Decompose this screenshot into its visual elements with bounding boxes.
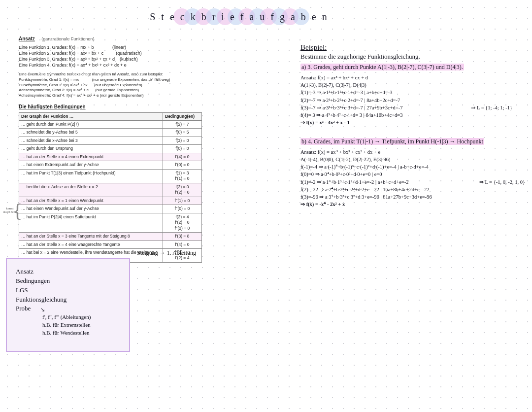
step-line: Probe ↘	[16, 304, 122, 313]
table-row: … hat an der Stelle x = 4 einen Extrempu…	[19, 153, 202, 161]
table-cell-right: f(2) = 7	[163, 121, 202, 129]
example-a-result: ⇒ f(x) = x³ - 4x² + x - 1	[300, 119, 527, 126]
example-b-eq: f(3)=-96 ⇒ a·3⁴+b·3³+c·3²+d·3+e=-96 | 81…	[300, 193, 527, 201]
table-cell-right: f(0) = 0	[163, 145, 202, 153]
page-title: Steckbriefaufgaben	[150, 11, 332, 23]
ansatz-heading: Ansatz	[19, 36, 35, 41]
example-b-result: ⇒ f(x) = -x⁴ - 2x² + x	[300, 201, 527, 208]
example-b-eq: Ansatz: f(x) = ax⁴ + bx³ + cx² + dx + e	[300, 148, 527, 156]
table-row: … geht durch den Punkt P(2|7)f(2) = 7	[19, 121, 202, 129]
step-sub: f', f'', f''' (Ableitungen)	[42, 313, 122, 321]
sym-line: Punktsymmetrie, Grad 1: f(x) = mx (nur u…	[19, 77, 206, 83]
table-cell-right: f'(0) = 0	[163, 161, 202, 169]
table-row: … hat an der Stelle x = 3 eine Tangente …	[19, 233, 202, 240]
example-a-eq: f(2)=-7 ⇒ a·2³+b·2²+c·2+d=-7 | 8a+4b+2c+…	[300, 97, 527, 104]
example-column: Beispiel: Bestimme die zugehörige Funkti…	[300, 42, 527, 208]
example-a-desc: a) 3. Grades, geht durch Punkte A(1|-3),…	[300, 64, 464, 70]
table-row: … hat an der Stelle x = 4 eine waagerech…	[19, 240, 202, 248]
ansatz-subheading: (ganzrationale Funktionen)	[41, 36, 94, 41]
sym-line: Achsensymmetrie, Grad 4: f(x) = ax⁴ + cx…	[19, 93, 206, 99]
step-line: Ansatz	[16, 267, 122, 276]
example-b-solution: ⇒ L = {-1, 0, -2, 1, 0}	[479, 178, 525, 186]
example-b-eq: f(1)=-2 ⇒ a·1⁴+b·1³+c·1²+d·1+e=-2 | a+b+…	[300, 178, 408, 186]
table-cell-left: … hat an der Stelle x = 3 eine Tangente …	[19, 233, 163, 240]
ansatz-line: Eine Funktion 2. Grades: f(x) = ax² + bx…	[19, 50, 206, 56]
example-b-eq: f(-1)=-4 ⇒ a·(-1)⁴+b·(-1)³+c·(-1)²+d·(-1…	[300, 163, 527, 171]
table-cell-left: … geht durch den Punkt P(2|7)	[19, 121, 163, 129]
table-row: … hat an der Stelle x = 1 einen Wendepun…	[19, 197, 202, 205]
example-a-eq: f(1)=-3 ⇒ a·1³+b·1²+c·1+d=-3 | a+b+c+d=-…	[300, 89, 527, 96]
table-cell-right: f(2) = 4 f'(2) = 0 f''(2) = 0	[163, 213, 202, 232]
example-task: Bestimme die zugehörige Funktionsgleichu…	[300, 52, 527, 61]
example-b-desc: b) 4. Grades, im Punkt T(1|-1) → Tiefpun…	[300, 138, 484, 145]
example-a-eq: f(4)= 3 ⇒ a·4³+b·4²+c·4+d= 3 | 64a+16b+4…	[300, 111, 527, 119]
conditions-table: Der Graph der Funktion … Bedingung(en) ……	[19, 112, 202, 263]
example-b-eq: f(0)=0 ⇒ a·0⁴+b·0³+c·0²+d·0+e=0 | e=0	[300, 171, 527, 178]
step-sub: h.B. für Wendestellen	[42, 329, 122, 337]
table-heading: Die häufigsten Bedingungen	[19, 103, 206, 110]
table-row: … hat im Punkt T(1|3) einen Tiefpunkt (H…	[19, 169, 202, 183]
table-cell-left: … schneidet die y-Achse bei 5	[19, 129, 163, 137]
table-cell-left: … hat einen Extrempunkt auf der y-Achse	[19, 161, 163, 169]
table-row: … hat im Punkt P(2|4) einen Sattelpunktf…	[19, 213, 202, 232]
example-a-eq: Ansatz: f(x) = ax³ + bx² + cx + d	[300, 74, 527, 81]
table-cell-right: f'(3) = 8	[163, 233, 202, 240]
ansatz-line: Eine Funktion 1. Grades: f(x) = mx + b (…	[19, 44, 206, 50]
brace-icon: {	[13, 199, 22, 222]
table-cell-left: … hat einen Wendepunkt auf der y-Achse	[19, 205, 163, 213]
steps-box: Ansatz Bedingungen LGS Funktionsgleichun…	[6, 258, 130, 352]
table-cell-right: f''(0) = 0	[163, 205, 202, 213]
table-row: … berührt die x-Achse an der Stelle x = …	[19, 183, 202, 197]
table-cell-left: … geht durch den Ursprung	[19, 145, 163, 153]
table-cell-left: … hat an der Stelle x = 4 einen Extrempu…	[19, 153, 163, 161]
ansatz-line: Eine Funktion 3. Grades: f(x) = ax³ + bx…	[19, 56, 206, 62]
typed-notes: Ansatz (ganzrationale Funktionen) Eine F…	[19, 35, 206, 263]
page-title-wrap: Steckbriefaufgaben	[123, 6, 360, 28]
step-sub: h.B. für Extremstellen	[42, 321, 122, 329]
table-cell-right: f(1) = 3 f'(1) = 0	[163, 169, 202, 183]
example-head: Beispiel:	[300, 43, 327, 51]
table-row: … schneidet die x-Achse bei 3f(3) = 0	[19, 137, 202, 144]
sym-line: Achsensymmetrie, Grad 2: f(x) = ax² + c …	[19, 88, 206, 93]
table-cell-right: f(2) = 0 f'(2) = 0	[163, 183, 202, 197]
table-row: … hat einen Wendepunkt auf der y-Achsef'…	[19, 205, 202, 213]
table-cell-right: f(0) = 5	[163, 129, 202, 137]
example-a-solution: ⇒ L = {1; -4; 1; -1}	[471, 104, 512, 111]
table-cell-left: … hat im Punkt T(1|3) einen Tiefpunkt (H…	[19, 169, 163, 183]
step-line: Funktionsgleichung	[16, 295, 122, 305]
ansatz-line: Eine Funktion 4. Grades: f(x) = ax⁴ + bx…	[19, 62, 206, 68]
steigung-note: Steigung → 1. Ableitung	[137, 249, 196, 257]
example-a-eq: f(3)=-7 ⇒ a·3³+b·3²+c·3+d=-7 | 27a+9b+3c…	[300, 104, 402, 111]
table-cell-left: … hat im Punkt P(2|4) einen Sattelpunkt	[19, 213, 163, 232]
sym-line: Punktsymmetrie, Grad 3: f(x) = ax³ + cx …	[19, 83, 206, 88]
example-a-eq: A(1|-3), B(2|-7), C(3|-7), D(4|3)	[300, 81, 527, 89]
table-cell-right: f'(4) = 0	[163, 153, 202, 161]
table-row: … hat einen Extrempunkt auf der y-Achsef…	[19, 161, 202, 169]
step-line: LGS	[16, 286, 122, 295]
table-cell-left: … schneidet die x-Achse bei 3	[19, 137, 163, 144]
table-header-right: Bedingung(en)	[163, 112, 202, 120]
table-cell-right: f'(4) = 0	[163, 240, 202, 248]
table-cell-left: … berührt die x-Achse an der Stelle x = …	[19, 183, 163, 197]
sym-intro: Eine eventuelle Symmetrie berücksichtigt…	[19, 72, 206, 77]
table-cell-left: … hat an der Stelle x = 4 eine waagerech…	[19, 240, 163, 248]
example-b-eq: f(2)=-22 ⇒ a·2⁴+b·2³+c·2²+d·2+e=-22 | 16…	[300, 186, 527, 193]
example-b-eq: A(-1|-4), B(0|0), C(1|-2), D(2|-22), E(3…	[300, 156, 527, 163]
table-header-left: Der Graph der Funktion …	[19, 112, 163, 120]
table-cell-right: f''(1) = 0	[163, 197, 202, 205]
table-cell-right: f(3) = 0	[163, 137, 202, 144]
table-cell-left: … hat an der Stelle x = 1 einen Wendepun…	[19, 197, 163, 205]
table-row: … schneidet die y-Achse bei 5f(0) = 5	[19, 129, 202, 137]
table-row: … geht durch den Ursprungf(0) = 0	[19, 145, 202, 153]
step-line: Bedingungen	[16, 276, 122, 286]
